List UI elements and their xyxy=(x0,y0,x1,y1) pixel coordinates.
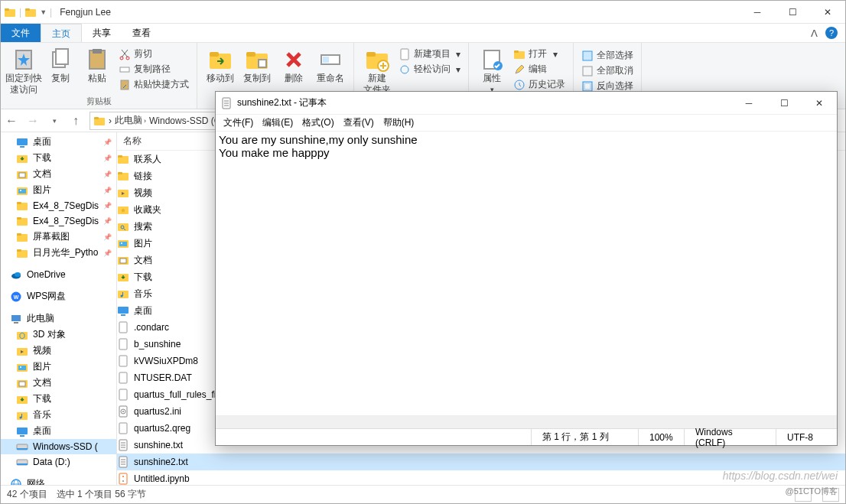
status-zoom: 100% xyxy=(638,429,684,445)
breadcrumb-sep: › xyxy=(109,115,112,126)
cut-button[interactable]: 剪切 xyxy=(119,47,189,60)
view-details-button[interactable] xyxy=(795,488,812,502)
status-count: 42 个项目 xyxy=(7,488,47,501)
nav-item[interactable]: 网络 xyxy=(1,476,116,485)
new-item-button[interactable]: 新建项目 ▾ xyxy=(399,47,460,60)
navigation-pane[interactable]: 桌面下载文档图片Ex4_8_7SegDisEx4_8_7SegDis屏幕截图日月… xyxy=(1,132,117,485)
notepad-text-area[interactable]: You are my sunshine,my only sunshine You… xyxy=(216,132,837,415)
nav-item[interactable]: 文档 xyxy=(1,375,116,391)
breadcrumb[interactable]: › 此电脑 › Windows-SSD (C:) › xyxy=(89,112,234,130)
nav-item[interactable]: 屏幕截图 xyxy=(1,229,116,245)
menu-edit[interactable]: 编辑(E) xyxy=(259,116,296,129)
paste-shortcut-button[interactable]: 粘贴快捷方式 xyxy=(119,78,189,91)
notepad-window[interactable]: sunshine2.txt - 记事本 ─ ☐ ✕ 文件(F) 编辑(E) 格式… xyxy=(215,91,838,446)
minimize-button[interactable]: ─ xyxy=(740,1,775,24)
tab-view[interactable]: 查看 xyxy=(122,24,161,42)
window-title: Fengjun Lee xyxy=(60,7,111,18)
edit-button[interactable]: 编辑 xyxy=(513,63,565,76)
nav-item[interactable]: 桌面 xyxy=(1,134,116,150)
nav-item[interactable]: 桌面 xyxy=(1,423,116,439)
ribbon-tabs: 文件 主页 共享 查看 ᐱ ? xyxy=(1,24,845,42)
select-none-button[interactable]: 全部取消 xyxy=(581,64,633,77)
nav-item[interactable]: 下载 xyxy=(1,391,116,407)
tab-file[interactable]: 文件 xyxy=(1,24,41,42)
file-row[interactable]: sunshine2.txt xyxy=(117,454,845,470)
folder-icon xyxy=(93,115,106,127)
menu-view[interactable]: 查看(V) xyxy=(340,116,377,129)
notepad-minimize-button[interactable]: ─ xyxy=(731,92,766,115)
svg-rect-61 xyxy=(583,51,592,60)
file-explorer-window: | ▼ | Fengjun Lee ─ ☐ ✕ 文件 主页 共享 查看 ᐱ ? … xyxy=(0,0,846,504)
nav-item[interactable]: 图片 xyxy=(1,182,116,198)
copy-button[interactable]: 复制 xyxy=(42,44,79,95)
nav-item[interactable]: Ex4_8_7SegDis xyxy=(1,198,116,213)
nav-recent-button[interactable]: ▾ xyxy=(44,110,65,132)
nav-item[interactable]: 下载 xyxy=(1,150,116,166)
nav-forward-button[interactable]: → xyxy=(22,110,44,132)
copy-to-button[interactable]: 复制到 xyxy=(239,44,275,83)
help-icon[interactable]: ? xyxy=(825,27,838,39)
tab-share[interactable]: 共享 xyxy=(82,24,122,42)
close-button[interactable]: ✕ xyxy=(810,1,845,24)
menu-file[interactable]: 文件(F) xyxy=(220,116,256,129)
nav-item[interactable]: 视频 xyxy=(1,343,116,359)
svg-rect-64 xyxy=(585,84,590,89)
open-button[interactable]: 打开 ▾ xyxy=(513,47,565,60)
notepad-titlebar[interactable]: sunshine2.txt - 记事本 ─ ☐ ✕ xyxy=(216,92,837,115)
status-selection: 选中 1 个项目 56 字节 xyxy=(57,488,146,501)
properties-button[interactable]: 属性▾ xyxy=(473,44,510,95)
notepad-statusbar: 第 1 行，第 1 列 100% Windows (CRLF) UTF-8 xyxy=(216,428,837,445)
history-button[interactable]: 历史记录 xyxy=(513,78,565,91)
svg-rect-48 xyxy=(93,49,102,54)
maximize-button[interactable]: ☐ xyxy=(775,1,810,24)
menu-help[interactable]: 帮助(H) xyxy=(380,116,418,129)
rename-button[interactable]: 重命名 xyxy=(312,44,349,83)
nav-item[interactable]: OneDrive xyxy=(1,267,116,282)
svg-rect-53 xyxy=(259,60,266,67)
breadcrumb-item[interactable]: 此电脑 › xyxy=(115,114,146,127)
notepad-maximize-button[interactable]: ☐ xyxy=(766,92,802,115)
svg-rect-46 xyxy=(56,49,68,64)
qat-folder-icon[interactable] xyxy=(24,6,37,18)
svg-rect-51 xyxy=(120,67,129,72)
move-to-button[interactable]: 移动到 xyxy=(202,44,239,83)
tab-home[interactable]: 主页 xyxy=(41,24,82,42)
notepad-close-button[interactable]: ✕ xyxy=(802,92,837,115)
nav-item[interactable]: 3D 对象 xyxy=(1,327,116,343)
easy-access-button[interactable]: 轻松访问 ▾ xyxy=(399,63,460,76)
copy-path-button[interactable]: 复制路径 xyxy=(119,63,189,76)
notepad-menubar: 文件(F) 编辑(E) 格式(O) 查看(V) 帮助(H) xyxy=(216,115,837,132)
svg-rect-62 xyxy=(583,67,592,76)
nav-item[interactable]: WPS网盘 xyxy=(1,288,116,304)
nav-item[interactable]: Ex4_8_7SegDis xyxy=(1,213,116,229)
folder-icon xyxy=(4,6,16,18)
file-row[interactable]: Untitled.ipynb xyxy=(117,470,845,485)
nav-item[interactable]: 图片 xyxy=(1,359,116,375)
nav-item[interactable]: 此电脑 xyxy=(1,311,116,327)
svg-rect-52 xyxy=(121,80,129,89)
group-label-clipboard: 剪贴板 xyxy=(5,95,192,109)
view-large-icons-button[interactable] xyxy=(822,488,839,502)
qat-sep: | xyxy=(50,7,52,18)
status-encoding: UTF-8 xyxy=(776,429,837,445)
nav-item[interactable]: 音乐 xyxy=(1,407,116,423)
select-all-button[interactable]: 全部选择 xyxy=(581,49,633,62)
nav-back-button[interactable]: ← xyxy=(1,110,22,132)
svg-rect-55 xyxy=(323,57,329,63)
nav-item[interactable]: Windows-SSD ( xyxy=(1,439,116,454)
nav-up-button[interactable]: ↑ xyxy=(65,110,86,132)
qat-sep: | xyxy=(19,7,21,18)
status-eol: Windows (CRLF) xyxy=(684,429,776,445)
nav-item[interactable]: 日月光华_Pytho xyxy=(1,245,116,261)
nav-item[interactable]: Data (D:) xyxy=(1,454,116,470)
paste-button[interactable]: 粘贴 xyxy=(79,44,116,95)
pin-to-quick-access-button[interactable]: 固定到快速访问 xyxy=(5,44,42,95)
ribbon-collapse-icon[interactable]: ᐱ xyxy=(811,28,818,39)
nav-item[interactable]: 文档 xyxy=(1,166,116,182)
new-folder-button[interactable]: 新建文件夹 xyxy=(359,44,395,95)
status-cursor-pos: 第 1 行，第 1 列 xyxy=(531,429,638,445)
qat-dropdown-icon[interactable]: ▼ xyxy=(40,8,47,16)
menu-format[interactable]: 格式(O) xyxy=(299,116,337,129)
delete-button[interactable]: 删除 xyxy=(275,44,312,83)
svg-point-57 xyxy=(401,66,408,73)
